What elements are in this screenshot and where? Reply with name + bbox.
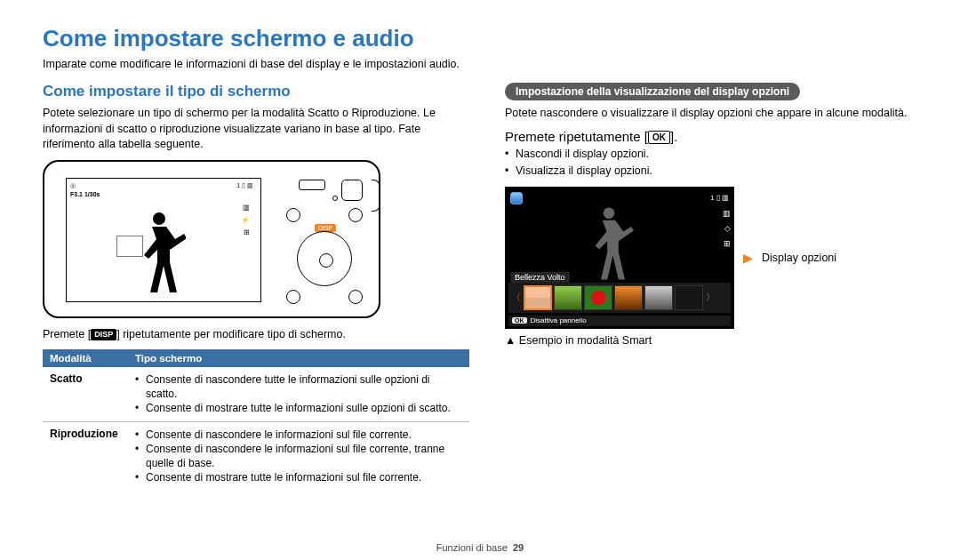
beauty-face-label: Bellezza Volto <box>510 272 570 283</box>
example-note: ▲ Esempio in modalità Smart <box>505 334 914 347</box>
display-options-label: Display opzioni <box>762 252 836 264</box>
right-paragraph: Potete nascondere o visualizzare il disp… <box>505 106 914 122</box>
list-item: Consente di mostrare tutte le informazio… <box>135 401 462 415</box>
modes-table: Modalità Tipo schermo Scatto Consente di… <box>43 349 469 490</box>
press-ok-text: Premete ripetutamente [OK]. <box>505 129 914 145</box>
left-column: Come impostare il tipo di schermo Potete… <box>43 83 469 490</box>
right-pill-heading: Impostazione della visualizzazione del d… <box>505 83 800 100</box>
subject-silhouette <box>132 207 186 296</box>
smart-mode-screen: 1 ▯ ▥ ▥◇⊞ Bellezza Volto 〈 〉 <box>505 187 734 329</box>
list-item: Consente di nascondere le informazioni s… <box>135 442 462 470</box>
callout-arrow-icon: ▶ <box>743 251 753 265</box>
osd-side-icons: ▥◇⊞ <box>723 206 731 252</box>
option-thumb <box>675 285 703 310</box>
list-item: Consente di nascondere tutte le informaz… <box>135 372 462 401</box>
disp-chip-icon: DISP <box>91 329 116 340</box>
intro-text: Imparate come modificare le informazioni… <box>43 58 917 70</box>
strip-prev-icon: 〈 <box>510 291 522 304</box>
mode-icon: ◎ <box>70 182 76 189</box>
right-column: Impostazione della visualizzazione del d… <box>505 83 914 490</box>
page-footer: Funzioni di base 29 <box>0 542 960 553</box>
page-title: Come impostare schermo e audio <box>43 25 917 52</box>
dpad-icon <box>297 231 352 286</box>
table-row: Riproduzione Consente di nascondere le i… <box>43 421 469 490</box>
left-paragraph: Potete selezionare un tipo di schermo pe… <box>43 106 469 153</box>
list-item: Visualizza il display opzioni. <box>505 163 914 180</box>
strip-next-icon: 〉 <box>705 291 716 304</box>
table-header-type: Tipo schermo <box>128 349 469 367</box>
bottom-bar: OK Disattiva pannello <box>508 316 731 326</box>
osd-exposure: F3.1 1/30s <box>70 191 253 197</box>
list-item: Consente di mostrare tutte le informazio… <box>135 470 462 484</box>
camera-controls: DISP <box>286 180 363 304</box>
ok-chip-icon: OK <box>512 317 527 324</box>
list-item: Nascondi il display opzioni. <box>505 146 914 163</box>
press-disp-text: Premete [DISP] ripetutamente per modific… <box>43 327 469 343</box>
list-item: Consente di nascondere le informazioni s… <box>135 428 462 442</box>
osd-side-icons: ▥⚡⊞ <box>241 202 250 240</box>
camera-lcd: ◎1 ▯ ▥ F3.1 1/30s ▥⚡⊞ <box>66 178 261 302</box>
option-thumb <box>614 285 643 310</box>
camera-rear-illustration: ◎1 ▯ ▥ F3.1 1/30s ▥⚡⊞ DISP <box>43 160 380 318</box>
option-strip: 〈 〉 <box>508 283 731 313</box>
option-thumb <box>644 285 673 310</box>
battery-icon: 1 ▯ ▥ <box>236 182 253 189</box>
battery-icon: 1 ▯ ▥ <box>710 194 729 202</box>
table-header-mode: Modalità <box>43 349 128 367</box>
left-heading: Come impostare il tipo di schermo <box>43 83 469 100</box>
table-mode-cell: Riproduzione <box>43 421 128 490</box>
table-row: Scatto Consente di nascondere tutte le i… <box>43 367 469 421</box>
smart-mode-icon <box>510 192 523 204</box>
ok-chip-icon: OK <box>648 131 670 144</box>
option-thumb <box>584 285 612 310</box>
option-thumb <box>554 285 582 310</box>
option-thumb <box>524 285 552 310</box>
subject-silhouette <box>580 203 638 283</box>
table-mode-cell: Scatto <box>43 367 128 421</box>
